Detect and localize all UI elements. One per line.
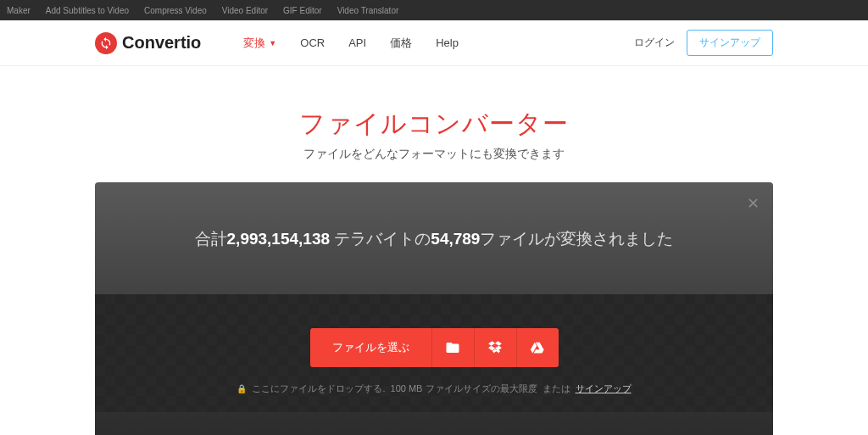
topbar-link-video-editor[interactable]: Video Editor bbox=[222, 6, 268, 15]
stats-tb-count: 54,789 bbox=[431, 230, 480, 248]
hero-subtitle: ファイルをどんなフォーマットにも変換できます bbox=[0, 147, 868, 162]
signup-button[interactable]: サインアップ bbox=[687, 30, 773, 56]
stats-file-count: 2,993,154,138 bbox=[227, 230, 331, 248]
topbar-link-compress[interactable]: Compress Video bbox=[144, 6, 207, 15]
stats-mid: テラバイトの bbox=[330, 230, 431, 248]
hero-title: ファイルコンバーター bbox=[0, 107, 868, 142]
chevron-down-icon: ▼ bbox=[269, 39, 276, 47]
stats-suffix: ファイルが変換されました bbox=[480, 230, 673, 248]
hero: ファイルコンバーター ファイルをどんなフォーマットにも変換できます bbox=[0, 66, 868, 162]
google-drive-button[interactable] bbox=[516, 328, 559, 367]
login-link[interactable]: ログイン bbox=[634, 36, 675, 50]
nav-api[interactable]: API bbox=[348, 36, 366, 49]
hint-or-text: または bbox=[542, 382, 570, 395]
hint-limit-text: 100 MB ファイルサイズの最大限度 bbox=[391, 382, 537, 395]
nav-pricing[interactable]: 価格 bbox=[390, 36, 412, 51]
nav-ocr[interactable]: OCR bbox=[300, 36, 325, 49]
nav-convert[interactable]: 変換 ▼ bbox=[243, 36, 276, 51]
google-drive-icon bbox=[530, 340, 545, 355]
nav-menu: 変換 ▼ OCR API 価格 Help bbox=[243, 36, 459, 51]
dropbox-icon bbox=[487, 340, 503, 355]
topbar-link-maker[interactable]: Maker bbox=[7, 6, 31, 15]
nav-help[interactable]: Help bbox=[436, 36, 459, 49]
folder-search-icon bbox=[445, 340, 460, 355]
drop-hint: 🔒 ここにファイルをドロップする. 100 MB ファイルサイズの最大限度 また… bbox=[112, 382, 756, 395]
topbar-link-gif-editor[interactable]: GIF Editor bbox=[283, 6, 322, 15]
navbar: Convertio 変換 ▼ OCR API 価格 Help ログイン サインア… bbox=[0, 20, 868, 66]
stats-line: 合計2,993,154,138 テラバイトの54,789ファイルが変換されました bbox=[95, 182, 773, 294]
logo-icon bbox=[95, 32, 117, 54]
nav-right: ログイン サインアップ bbox=[634, 30, 773, 56]
nav-convert-label: 変換 bbox=[243, 36, 265, 51]
upload-card: ✕ 合計2,993,154,138 テラバイトの54,789ファイルが変換されま… bbox=[95, 182, 773, 435]
hint-signup-link[interactable]: サインアップ bbox=[576, 382, 632, 395]
choose-files-button[interactable]: ファイルを選ぶ bbox=[310, 328, 431, 367]
browse-folder-button[interactable] bbox=[431, 328, 474, 367]
file-picker: ファイルを選ぶ bbox=[310, 328, 559, 367]
topbar: Maker Add Subtitles to Video Compress Vi… bbox=[0, 0, 868, 20]
logo[interactable]: Convertio bbox=[95, 32, 201, 54]
lock-icon: 🔒 bbox=[236, 384, 247, 393]
topbar-link-video-translator[interactable]: Video Translator bbox=[337, 6, 399, 15]
brand-name: Convertio bbox=[122, 33, 201, 53]
dropbox-button[interactable] bbox=[474, 328, 516, 367]
dropzone[interactable]: ファイルを選ぶ 🔒 ここにファイルをドロップする. 100 MB ファイルサイズ… bbox=[95, 294, 773, 412]
hint-drop-text: ここにファイルをドロップする. bbox=[252, 382, 385, 395]
stats-prefix: 合計 bbox=[195, 230, 227, 248]
topbar-link-subtitles[interactable]: Add Subtitles to Video bbox=[46, 6, 129, 15]
close-icon[interactable]: ✕ bbox=[747, 194, 760, 213]
